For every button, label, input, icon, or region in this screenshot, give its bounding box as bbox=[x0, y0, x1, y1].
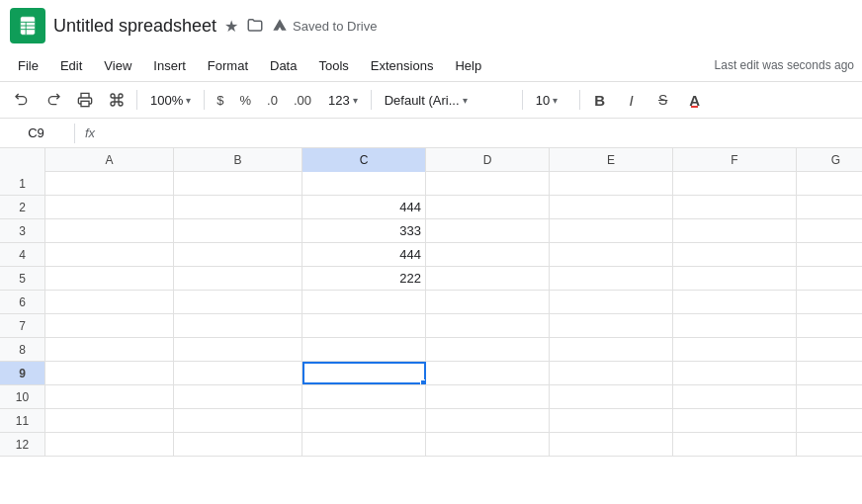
row-header-4[interactable]: 4 bbox=[0, 243, 45, 266]
cell-e9[interactable] bbox=[550, 362, 673, 384]
cell-d2[interactable] bbox=[426, 196, 550, 218]
cell-f11[interactable] bbox=[673, 409, 797, 432]
cell-b10[interactable] bbox=[174, 385, 302, 408]
cell-c12[interactable] bbox=[302, 433, 426, 456]
row-header-6[interactable]: 6 bbox=[0, 291, 45, 313]
cell-g12[interactable] bbox=[797, 433, 862, 456]
cell-c8[interactable] bbox=[302, 338, 426, 361]
cell-c5[interactable]: 222 bbox=[302, 267, 426, 290]
menu-help[interactable]: Help bbox=[445, 54, 491, 77]
cell-d4[interactable] bbox=[426, 243, 550, 266]
cell-g11[interactable] bbox=[797, 409, 862, 432]
cell-g8[interactable] bbox=[797, 338, 862, 361]
text-color-button[interactable]: A bbox=[681, 86, 709, 114]
cell-d11[interactable] bbox=[426, 409, 550, 432]
cell-e3[interactable] bbox=[550, 219, 673, 242]
cell-c6[interactable] bbox=[302, 291, 426, 313]
cell-b7[interactable] bbox=[174, 314, 302, 337]
cell-b3[interactable] bbox=[174, 219, 302, 242]
cell-d12[interactable] bbox=[426, 433, 550, 456]
cell-f8[interactable] bbox=[673, 338, 797, 361]
undo-button[interactable] bbox=[8, 86, 36, 114]
cell-a8[interactable] bbox=[45, 338, 174, 361]
cell-a9[interactable] bbox=[45, 362, 174, 384]
cell-e5[interactable] bbox=[550, 267, 673, 290]
cell-e11[interactable] bbox=[550, 409, 673, 432]
star-icon[interactable]: ★ bbox=[224, 17, 238, 36]
cell-b1[interactable] bbox=[174, 172, 302, 195]
cell-c10[interactable] bbox=[302, 385, 426, 408]
cell-a6[interactable] bbox=[45, 291, 174, 313]
cell-b4[interactable] bbox=[174, 243, 302, 266]
cell-a4[interactable] bbox=[45, 243, 174, 266]
cell-g2[interactable] bbox=[797, 196, 862, 218]
cell-g6[interactable] bbox=[797, 291, 862, 313]
cell-b6[interactable] bbox=[174, 291, 302, 313]
menu-edit[interactable]: Edit bbox=[50, 54, 92, 77]
spreadsheet-title[interactable]: Untitled spreadsheet bbox=[53, 16, 216, 37]
bold-button[interactable]: B bbox=[586, 86, 614, 114]
cell-a5[interactable] bbox=[45, 267, 174, 290]
row-header-11[interactable]: 11 bbox=[0, 409, 45, 432]
cell-e2[interactable] bbox=[550, 196, 673, 218]
menu-file[interactable]: File bbox=[8, 54, 48, 77]
cell-g4[interactable] bbox=[797, 243, 862, 266]
cell-d1[interactable] bbox=[426, 172, 550, 195]
menu-tools[interactable]: Tools bbox=[308, 54, 358, 77]
cell-a7[interactable] bbox=[45, 314, 174, 337]
cell-b8[interactable] bbox=[174, 338, 302, 361]
cell-c3[interactable]: 333 bbox=[302, 219, 426, 242]
cell-a10[interactable] bbox=[45, 385, 174, 408]
cell-e4[interactable] bbox=[550, 243, 673, 266]
menu-data[interactable]: Data bbox=[260, 54, 306, 77]
font-size-select[interactable]: 10 ▾ bbox=[529, 90, 573, 111]
strikethrough-button[interactable]: S bbox=[649, 86, 677, 114]
cell-f3[interactable] bbox=[673, 219, 797, 242]
cell-f10[interactable] bbox=[673, 385, 797, 408]
cell-g1[interactable] bbox=[797, 172, 862, 195]
cell-f1[interactable] bbox=[673, 172, 797, 195]
decimal-increase-button[interactable]: .00 bbox=[288, 91, 317, 110]
cell-b11[interactable] bbox=[174, 409, 302, 432]
cell-e1[interactable] bbox=[550, 172, 673, 195]
cell-d9[interactable] bbox=[426, 362, 550, 384]
row-header-1[interactable]: 1 bbox=[0, 172, 45, 195]
col-header-b[interactable]: B bbox=[174, 148, 302, 172]
zoom-select[interactable]: 100% ▾ bbox=[143, 90, 198, 111]
cell-g5[interactable] bbox=[797, 267, 862, 290]
cell-c4[interactable]: 444 bbox=[302, 243, 426, 266]
cell-f12[interactable] bbox=[673, 433, 797, 456]
col-header-d[interactable]: D bbox=[426, 148, 550, 172]
cell-a3[interactable] bbox=[45, 219, 174, 242]
cell-c1[interactable] bbox=[302, 172, 426, 195]
percent-button[interactable]: % bbox=[233, 91, 257, 110]
cell-e10[interactable] bbox=[550, 385, 673, 408]
cell-reference-input[interactable]: C9 bbox=[4, 125, 68, 141]
row-header-3[interactable]: 3 bbox=[0, 219, 45, 242]
cell-f9[interactable] bbox=[673, 362, 797, 384]
cell-d8[interactable] bbox=[426, 338, 550, 361]
folder-icon[interactable] bbox=[246, 16, 264, 37]
row-header-5[interactable]: 5 bbox=[0, 267, 45, 290]
cell-e12[interactable] bbox=[550, 433, 673, 456]
cell-b12[interactable] bbox=[174, 433, 302, 456]
cell-b9[interactable] bbox=[174, 362, 302, 384]
row-header-7[interactable]: 7 bbox=[0, 314, 45, 337]
cell-f4[interactable] bbox=[673, 243, 797, 266]
cell-d6[interactable] bbox=[426, 291, 550, 313]
redo-button[interactable] bbox=[40, 86, 67, 114]
decimal-decrease-button[interactable]: .0 bbox=[261, 91, 284, 110]
cell-e8[interactable] bbox=[550, 338, 673, 361]
print-button[interactable] bbox=[71, 86, 99, 114]
cell-e7[interactable] bbox=[550, 314, 673, 337]
col-header-e[interactable]: E bbox=[550, 148, 673, 172]
cell-a2[interactable] bbox=[45, 196, 174, 218]
menu-view[interactable]: View bbox=[94, 54, 141, 77]
cell-c2[interactable]: 444 bbox=[302, 196, 426, 218]
row-header-2[interactable]: 2 bbox=[0, 196, 45, 218]
cell-d7[interactable] bbox=[426, 314, 550, 337]
formula-input[interactable] bbox=[103, 126, 858, 140]
row-header-10[interactable]: 10 bbox=[0, 385, 45, 408]
cell-b2[interactable] bbox=[174, 196, 302, 218]
cell-b5[interactable] bbox=[174, 267, 302, 290]
